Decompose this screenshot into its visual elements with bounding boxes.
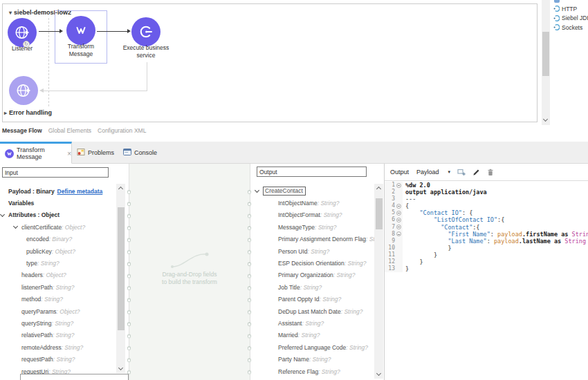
palette-item[interactable]: Siebel JDB bbox=[553, 14, 588, 23]
input-tree-row[interactable]: headers : Object? bbox=[0, 269, 116, 281]
input-horizontal-scrollbar[interactable] bbox=[20, 374, 129, 380]
chevron-down-icon[interactable] bbox=[0, 212, 5, 217]
scroll-down-icon[interactable] bbox=[543, 117, 548, 122]
output-tree-field-type: : String? bbox=[298, 332, 320, 339]
collapse-open-icon[interactable]: ▾ bbox=[9, 10, 12, 16]
output-tree-row[interactable]: Married : String? bbox=[250, 330, 374, 341]
listener-node[interactable] bbox=[8, 18, 37, 47]
define-metadata-link[interactable]: Define metadata bbox=[57, 188, 103, 195]
output-tree-row[interactable]: Parent Oppty Id : String? bbox=[250, 294, 374, 305]
error-scope-node[interactable] bbox=[9, 76, 38, 105]
close-icon[interactable]: × bbox=[67, 150, 71, 158]
edit-pencil-icon[interactable] bbox=[472, 169, 480, 176]
code-token: .lastName bbox=[519, 238, 551, 245]
fold-collapse-icon[interactable] bbox=[396, 204, 401, 209]
output-tree-row[interactable]: DeDup Last Match Date : String? bbox=[250, 305, 374, 317]
code-line: 13} bbox=[385, 265, 588, 272]
output-tree-scrollbar[interactable] bbox=[374, 184, 383, 379]
execute-business-service-node[interactable] bbox=[131, 17, 160, 46]
transform-message-node[interactable] bbox=[66, 16, 95, 45]
output-tree-row[interactable]: CreateContact bbox=[250, 185, 374, 197]
fold-collapse-icon[interactable] bbox=[396, 231, 401, 236]
chevron-down-icon[interactable] bbox=[255, 188, 259, 193]
input-tree-row[interactable]: listenerPath : String? bbox=[0, 281, 116, 293]
error-handling-section[interactable]: ▸Error handling bbox=[4, 109, 52, 116]
input-tree-row[interactable]: remoteAddress : String? bbox=[0, 341, 116, 353]
dataweave-code-area[interactable]: 1%dw 2.02output application/java3---4{5 … bbox=[385, 182, 588, 380]
output-tree-row[interactable]: Job Title : String? bbox=[250, 281, 374, 293]
input-tree-row[interactable]: requestPath : String? bbox=[0, 353, 116, 365]
output-tree-field-type: : String? bbox=[366, 236, 374, 243]
scroll-down-icon[interactable] bbox=[118, 365, 123, 370]
tab-label: Console bbox=[134, 149, 157, 156]
code-token bbox=[405, 209, 419, 216]
input-tree-scrollbar[interactable] bbox=[116, 184, 125, 373]
code-token: :{ bbox=[472, 224, 479, 231]
tab-configuration-xml[interactable]: Configuration XML bbox=[98, 127, 146, 134]
scroll-down-icon[interactable] bbox=[376, 371, 381, 376]
output-tree-row[interactable]: Primary Organization : String? bbox=[250, 269, 374, 281]
canvas-scrollbar[interactable] bbox=[542, 0, 550, 125]
input-tree-field-type: : Object? bbox=[43, 272, 66, 278]
code-line: 1%dw 2.0 bbox=[385, 182, 588, 189]
input-tree-row[interactable]: queryString : String? bbox=[0, 317, 116, 329]
output-tree-row[interactable]: MessageType : String? bbox=[250, 221, 374, 233]
scroll-up-icon[interactable] bbox=[376, 187, 381, 191]
output-search-field[interactable] bbox=[257, 167, 367, 177]
tab-problems[interactable]: Problems bbox=[77, 142, 114, 164]
output-tree-row[interactable]: IntObjectFormat : String? bbox=[250, 209, 374, 221]
input-search-field[interactable] bbox=[2, 167, 109, 178]
input-tree-row[interactable]: Variables bbox=[0, 197, 116, 209]
palette-item[interactable]: HTTP bbox=[553, 4, 588, 14]
business-service-icon bbox=[138, 23, 154, 40]
tab-transform-message[interactable]: Transform Message × bbox=[0, 142, 72, 164]
output-tree-row[interactable]: IntObjectName : String? bbox=[250, 197, 374, 209]
output-tree-row[interactable]: Person UId : String? bbox=[250, 245, 374, 257]
collapse-closed-icon[interactable]: ▸ bbox=[4, 110, 7, 116]
tab-console[interactable]: Console bbox=[123, 142, 157, 164]
fold-collapse-icon[interactable] bbox=[396, 225, 401, 229]
code-token: output application/java bbox=[405, 189, 487, 196]
tab-global-elements[interactable]: Global Elements bbox=[48, 127, 91, 134]
delete-trash-icon[interactable] bbox=[487, 169, 494, 176]
code-line: 11 } bbox=[385, 251, 588, 258]
output-tree-row[interactable]: Primary Assignment Denorm Flag : String? bbox=[250, 234, 374, 245]
palette-item[interactable]: Sockets bbox=[553, 23, 588, 32]
input-tree-row[interactable]: publicKey : Object? bbox=[0, 245, 116, 257]
anypoint-studio-window: ▾siebel-demosFlow2 ↻ Listener TransformM… bbox=[0, 0, 588, 380]
code-token: as bbox=[554, 238, 561, 245]
output-tree-row[interactable]: ESP Decision Orientation : String? bbox=[250, 257, 374, 269]
input-tree-row[interactable]: Attributes : Object bbox=[0, 209, 116, 221]
input-tree-row[interactable]: Payload : BinaryDefine metadata bbox=[0, 185, 116, 197]
input-tree-field-name: listenerPath bbox=[21, 284, 53, 291]
input-tree: Payload : BinaryDefine metadataVariables… bbox=[0, 185, 116, 377]
output-tree-field-name: Party Name bbox=[278, 356, 309, 363]
fold-collapse-icon[interactable] bbox=[396, 183, 401, 188]
scrollbar-thumb[interactable] bbox=[542, 32, 549, 76]
fold-collapse-icon[interactable] bbox=[396, 211, 401, 216]
input-tree-row[interactable]: method : String? bbox=[0, 294, 116, 305]
code-text: "Contact":{ bbox=[403, 224, 480, 231]
input-tree-row[interactable]: clientCertificate : Object? bbox=[0, 221, 116, 233]
output-tree-row[interactable]: Reference Flag : String? bbox=[250, 365, 374, 377]
code-token bbox=[405, 231, 448, 238]
tab-message-flow[interactable]: Message Flow bbox=[2, 127, 42, 134]
output-tree-row[interactable]: Party Name : String? bbox=[250, 353, 374, 365]
chevron-down-icon[interactable] bbox=[13, 224, 18, 229]
scrollbar-thumb[interactable] bbox=[376, 198, 383, 229]
payload-selector[interactable]: Payload bbox=[416, 169, 439, 175]
scroll-up-icon[interactable] bbox=[118, 187, 123, 191]
fold-collapse-icon[interactable] bbox=[396, 218, 401, 222]
output-tree-row[interactable]: Assistant : String? bbox=[250, 317, 374, 329]
output-tree-field-type: : String? bbox=[320, 296, 342, 303]
add-output-button[interactable] bbox=[457, 169, 466, 176]
scrollbar-thumb[interactable] bbox=[118, 207, 125, 330]
input-tree-field-name: type bbox=[26, 260, 37, 267]
input-tree-row[interactable]: type : String? bbox=[0, 257, 116, 269]
output-tree-row[interactable]: Preferred Language Code : String? bbox=[250, 341, 374, 353]
input-tree-row[interactable]: queryParams : Object? bbox=[0, 305, 116, 317]
input-tree-row[interactable]: encoded : Binary? bbox=[0, 234, 116, 245]
input-tree-field-type: : String? bbox=[62, 344, 84, 351]
chevron-down-icon[interactable]: ▾ bbox=[448, 169, 451, 175]
input-tree-row[interactable]: relativePath : String? bbox=[0, 330, 116, 341]
